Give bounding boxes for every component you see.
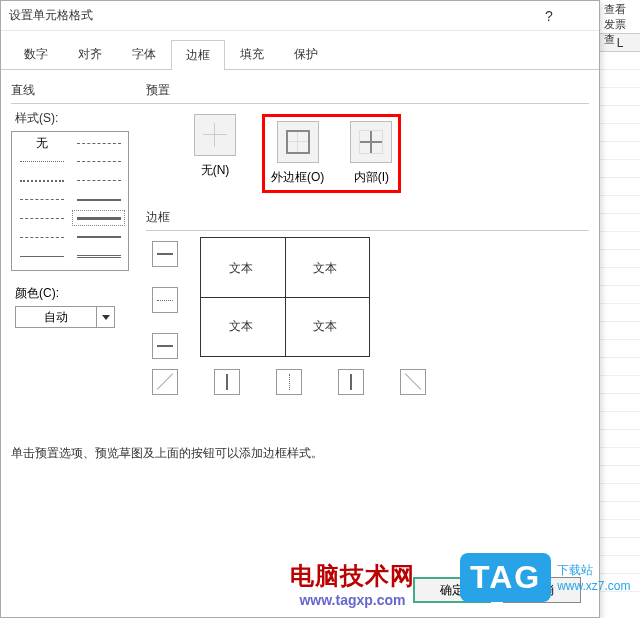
tag-logo: TAG 下载站 www.xz7.com	[460, 553, 631, 602]
cell[interactable]	[600, 214, 640, 232]
cell[interactable]	[600, 448, 640, 466]
line-style-option[interactable]	[16, 155, 67, 169]
border-bottom-button[interactable]	[152, 333, 178, 359]
line-style-option[interactable]	[73, 211, 124, 225]
tab-fill[interactable]: 填充	[225, 39, 279, 69]
preset-group: 预置 无(N) 外边框(O)	[146, 82, 589, 199]
line-style-option[interactable]	[73, 174, 124, 188]
cell[interactable]	[600, 340, 640, 358]
preset-none-icon	[203, 123, 227, 147]
preset-outer-button[interactable]	[277, 121, 319, 163]
cell[interactable]	[600, 286, 640, 304]
border-h-center-button[interactable]	[152, 287, 178, 313]
line-group: 直线 样式(S): 无	[11, 82, 146, 328]
cell[interactable]	[600, 124, 640, 142]
cell[interactable]	[600, 88, 640, 106]
border-left-button[interactable]	[214, 369, 240, 395]
cell[interactable]	[600, 268, 640, 286]
cell[interactable]	[600, 322, 640, 340]
diagonal-up-icon	[157, 374, 173, 390]
preview-text: 文本	[313, 260, 337, 277]
watermark-title: 电脑技术网	[290, 560, 415, 592]
preset-inner-button[interactable]	[350, 121, 392, 163]
color-dropdown-button[interactable]	[96, 307, 114, 327]
line-style-option[interactable]	[73, 136, 124, 150]
preset-group-label: 预置	[146, 82, 589, 101]
cell[interactable]	[600, 520, 640, 538]
tab-protection[interactable]: 保护	[279, 39, 333, 69]
cell[interactable]	[600, 484, 640, 502]
titlebar: 设置单元格格式	[1, 1, 599, 31]
cell[interactable]	[600, 394, 640, 412]
cell[interactable]	[600, 52, 640, 70]
preset-none-button[interactable]	[194, 114, 236, 156]
cell[interactable]	[600, 142, 640, 160]
format-cells-dialog: 设置单元格格式 数字 对齐 字体 边框 填充 保护 直线 样式(S): 无	[0, 0, 600, 618]
line-style-option[interactable]	[16, 249, 67, 263]
border-diag-down-button[interactable]	[400, 369, 426, 395]
help-button[interactable]	[535, 6, 563, 26]
highlight-annotation: 外边框(O) 内部(I)	[262, 114, 401, 193]
border-group: 边框 文本 文本 文本 文本	[146, 209, 589, 395]
tag-logo-text: TAG	[460, 553, 551, 602]
line-style-option[interactable]	[73, 249, 124, 263]
tag-side-top: 下载站	[557, 562, 630, 579]
watermark: 电脑技术网 www.tagxp.com	[290, 560, 415, 608]
tab-border[interactable]: 边框	[171, 40, 225, 70]
chevron-down-icon	[102, 315, 110, 320]
cell[interactable]	[600, 376, 640, 394]
line-style-option[interactable]	[16, 174, 67, 188]
line-style-option[interactable]	[73, 230, 124, 244]
cell[interactable]	[600, 466, 640, 484]
dialog-title: 设置单元格格式	[9, 7, 535, 24]
hint-text: 单击预置选项、预览草图及上面的按钮可以添加边框样式。	[11, 445, 589, 462]
cell[interactable]	[600, 106, 640, 124]
tabs: 数字 对齐 字体 边框 填充 保护	[1, 31, 599, 70]
cell[interactable]	[600, 412, 640, 430]
tab-number[interactable]: 数字	[9, 39, 63, 69]
cell[interactable]	[600, 358, 640, 376]
cell[interactable]	[600, 304, 640, 322]
cell[interactable]	[600, 250, 640, 268]
border-diag-up-button[interactable]	[152, 369, 178, 395]
line-style-option[interactable]	[73, 193, 124, 207]
close-button[interactable]	[563, 6, 591, 26]
border-group-label: 边框	[146, 209, 589, 228]
preset-inner-label: 内部(I)	[350, 169, 392, 186]
preset-outer-label: 外边框(O)	[271, 169, 324, 186]
border-right-button[interactable]	[338, 369, 364, 395]
preset-inner-icon	[359, 130, 383, 154]
line-style-option[interactable]	[16, 193, 67, 207]
preset-outer-icon	[286, 130, 310, 154]
cell[interactable]	[600, 70, 640, 88]
cell[interactable]	[600, 178, 640, 196]
line-style-option[interactable]	[16, 211, 67, 225]
tab-alignment[interactable]: 对齐	[63, 39, 117, 69]
cell[interactable]	[600, 196, 640, 214]
line-style-list[interactable]: 无	[11, 131, 129, 271]
preset-none-label: 无(N)	[194, 162, 236, 179]
line-style-option[interactable]	[16, 230, 67, 244]
preview-text: 文本	[313, 318, 337, 335]
preview-text: 文本	[229, 260, 253, 277]
tab-font[interactable]: 字体	[117, 39, 171, 69]
tag-side-url: www.xz7.com	[557, 579, 630, 593]
color-value: 自动	[16, 309, 96, 326]
line-style-none[interactable]: 无	[16, 136, 67, 153]
cell[interactable]	[600, 502, 640, 520]
diagonal-down-icon	[405, 374, 421, 390]
preview-text: 文本	[229, 318, 253, 335]
line-style-option[interactable]	[73, 155, 124, 169]
border-preview[interactable]: 文本 文本 文本 文本	[200, 237, 370, 357]
border-top-button[interactable]	[152, 241, 178, 267]
cell[interactable]	[600, 232, 640, 250]
line-group-label: 直线	[11, 82, 146, 101]
watermark-url: www.tagxp.com	[290, 592, 415, 608]
border-v-center-button[interactable]	[276, 369, 302, 395]
color-label: 颜色(C):	[15, 285, 146, 302]
line-color-select[interactable]: 自动	[15, 306, 115, 328]
cell[interactable]	[600, 160, 640, 178]
cell[interactable]	[600, 430, 640, 448]
style-label: 样式(S):	[15, 110, 146, 127]
ribbon-fragment: 查看 发票查	[600, 0, 640, 34]
